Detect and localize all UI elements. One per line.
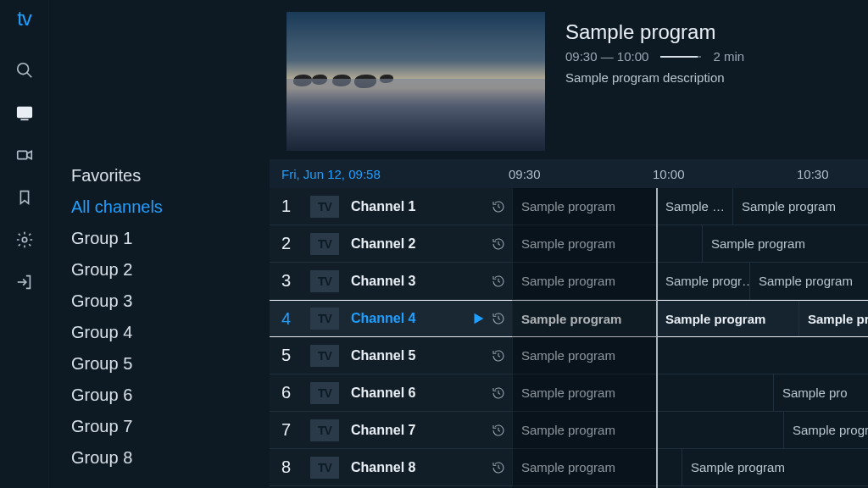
camera-icon[interactable] <box>15 146 34 164</box>
group-item[interactable]: Group 4 <box>71 323 270 342</box>
channel-name: Channel 4 <box>351 311 471 326</box>
timeline-header: Fri, Jun 12, 09:58 09:3010:0010:30 <box>270 159 868 188</box>
channel-left-block[interactable]: 6TVChannel 6 <box>270 374 512 411</box>
channel-name: Channel 2 <box>351 236 492 252</box>
channel-number: 1 <box>281 197 310 216</box>
program-block[interactable]: Sample program <box>512 188 656 225</box>
channel-left-block[interactable]: 5TVChannel 5 <box>270 337 512 374</box>
now-indicator-line <box>656 188 658 488</box>
gear-icon[interactable] <box>15 230 34 249</box>
program-area: Sample program <box>512 337 868 374</box>
group-item[interactable]: Favorites <box>71 166 270 186</box>
svg-rect-4 <box>17 151 26 158</box>
program-area: Sample programSample program <box>512 225 868 262</box>
channel-row[interactable]: 6TVChannel 6Sample programSample pro <box>270 374 868 412</box>
program-block[interactable]: Sample program <box>656 301 798 336</box>
program-block[interactable]: Sample progra <box>783 412 868 448</box>
channel-row[interactable]: 2TVChannel 2Sample programSample program <box>270 225 868 263</box>
preview-title: Sample program <box>565 20 744 44</box>
svg-line-1 <box>26 73 31 78</box>
channel-number: 7 <box>281 420 310 440</box>
channel-left-block[interactable]: 8TVChannel 8 <box>270 449 512 485</box>
channel-row[interactable]: 4TVChannel 4Sample programSample program… <box>270 300 868 337</box>
preview-thumbnail <box>287 12 545 151</box>
catchup-icon <box>492 349 505 363</box>
program-block[interactable]: Sample … <box>656 188 732 225</box>
svg-point-0 <box>17 64 28 75</box>
channel-name: Channel 6 <box>351 385 492 401</box>
channel-left-block[interactable]: 4TVChannel 4 <box>270 301 512 336</box>
channel-number: 5 <box>281 346 310 365</box>
preview-info: Sample program 09:30 — 10:00 2 min Sampl… <box>565 12 744 151</box>
svg-marker-5 <box>26 151 31 158</box>
channel-row[interactable]: 5TVChannel 5Sample program <box>270 337 868 374</box>
svg-marker-8 <box>475 314 482 324</box>
channel-logo: TV <box>310 233 339 255</box>
channel-row[interactable]: 7TVChannel 7Sample programSample progra <box>270 412 868 449</box>
channel-left-block[interactable]: 7TVChannel 7 <box>270 412 512 448</box>
channel-row[interactable]: 1TVChannel 1Sample programSample …Sample… <box>270 188 868 225</box>
channel-number: 2 <box>281 234 310 253</box>
program-block[interactable]: Sample pro <box>773 374 868 411</box>
time-tick: 10:30 <box>797 167 829 181</box>
program-block[interactable]: Sample pro <box>798 301 868 336</box>
time-tick: 09:30 <box>509 167 541 181</box>
catchup-icon <box>492 312 505 325</box>
channel-left-block[interactable]: 3TVChannel 3 <box>270 263 512 299</box>
program-area: Sample programSample pro <box>512 374 868 411</box>
channel-name: Channel 8 <box>351 460 492 475</box>
channel-name: Channel 7 <box>351 423 492 438</box>
program-area: Sample programSample progra <box>512 412 868 448</box>
icon-rail: tv <box>0 0 49 488</box>
preview-description: Sample program description <box>565 70 744 85</box>
tv-icon[interactable] <box>15 103 34 122</box>
program-block[interactable]: Sample program <box>682 449 868 485</box>
group-item[interactable]: Group 3 <box>71 291 270 311</box>
program-block[interactable]: Sample program <box>512 225 702 262</box>
program-block[interactable]: Sample program <box>512 412 783 448</box>
program-area: Sample programSample …Sample program <box>512 188 868 225</box>
program-block[interactable]: Sample program <box>512 337 656 374</box>
group-item[interactable]: Group 6 <box>71 385 270 405</box>
catchup-icon <box>492 237 505 251</box>
program-area: Sample programSample program <box>512 449 868 485</box>
channel-left-block[interactable]: 2TVChannel 2 <box>270 225 512 262</box>
group-list: FavoritesAll channelsGroup 1Group 2Group… <box>49 0 270 488</box>
program-block[interactable]: Sample program <box>749 263 868 299</box>
catchup-icon <box>492 200 505 214</box>
channel-logo: TV <box>310 382 339 404</box>
channel-left-block[interactable]: 1TVChannel 1 <box>270 188 512 225</box>
group-item[interactable]: Group 1 <box>71 229 270 248</box>
program-block[interactable]: Sample progr… <box>656 263 749 299</box>
channel-logo: TV <box>310 457 339 479</box>
preview-remaining: 2 min <box>713 49 744 64</box>
group-item[interactable]: All channels <box>71 197 270 217</box>
program-block[interactable]: Sample program <box>702 225 868 262</box>
channel-number: 6 <box>281 383 310 402</box>
channel-logo: TV <box>310 345 339 367</box>
svg-point-6 <box>22 237 27 242</box>
program-preview: Sample program 09:30 — 10:00 2 min Sampl… <box>270 0 868 159</box>
group-item[interactable]: Group 2 <box>71 260 270 280</box>
group-item[interactable]: Group 8 <box>71 448 270 468</box>
channel-row[interactable]: 8TVChannel 8Sample programSample program <box>270 449 868 486</box>
login-icon[interactable] <box>15 273 34 291</box>
catchup-icon <box>492 386 505 400</box>
catchup-icon <box>492 461 505 474</box>
program-block[interactable]: Sample program <box>512 263 656 299</box>
channel-logo: TV <box>310 419 339 441</box>
program-block[interactable]: Sample program <box>512 374 773 411</box>
preview-time-row: 09:30 — 10:00 2 min <box>565 49 744 64</box>
group-item[interactable]: Group 5 <box>71 354 270 374</box>
group-item[interactable]: Group 7 <box>71 417 270 436</box>
search-icon[interactable] <box>15 61 34 80</box>
program-block[interactable]: Sample program <box>732 188 868 225</box>
channel-name: Channel 3 <box>351 274 492 289</box>
catchup-icon <box>492 424 505 437</box>
svg-rect-2 <box>17 108 31 118</box>
bookmark-icon[interactable] <box>15 188 34 207</box>
program-block[interactable]: Sample program <box>512 301 656 336</box>
channel-logo: TV <box>310 308 339 330</box>
channel-row[interactable]: 3TVChannel 3Sample programSample progr…S… <box>270 263 868 300</box>
main-pane: Sample program 09:30 — 10:00 2 min Sampl… <box>270 0 868 488</box>
